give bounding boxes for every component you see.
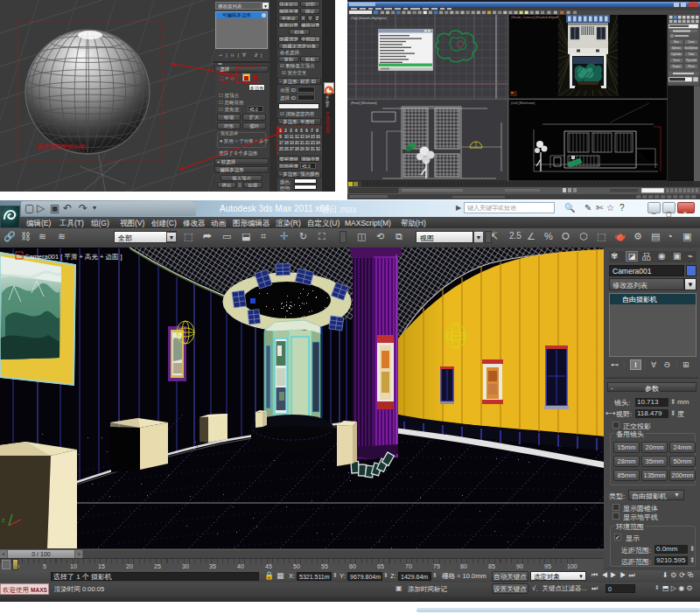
svg-text:GeoSphere: GeoSphere <box>684 46 699 50</box>
svg-text:(Left) [Wireframe]: (Left) [Wireframe] <box>511 101 535 105</box>
svg-text:Tube: Tube <box>688 52 694 56</box>
svg-text:Teapot: Teapot <box>672 65 681 68</box>
svg-text:(Front) [Wireframe]: (Front) [Wireframe] <box>351 101 377 105</box>
svg-text:Sphere: Sphere <box>672 46 682 50</box>
svg-text:Torus: Torus <box>673 59 680 62</box>
svg-text:Box: Box <box>674 40 679 44</box>
svg-text:选择需要平滑的面: 选择需要平滑的面 <box>37 143 86 150</box>
svg-text:Z: Z <box>2 518 5 523</box>
svg-text:Cylinder: Cylinder <box>671 52 682 56</box>
svg-text:Plane: Plane <box>688 65 695 68</box>
svg-text:Cone: Cone <box>688 40 695 44</box>
svg-text:Pyramid: Pyramid <box>686 59 696 62</box>
svg-text:(Top) [Smooth+Highlights]: (Top) [Smooth+Highlights] <box>351 17 386 20</box>
svg-text:Camera001 [ 平滑 + 高光 + 边面 ]: Camera001 [ 平滑 + 高光 + 边面 ] <box>24 253 122 261</box>
